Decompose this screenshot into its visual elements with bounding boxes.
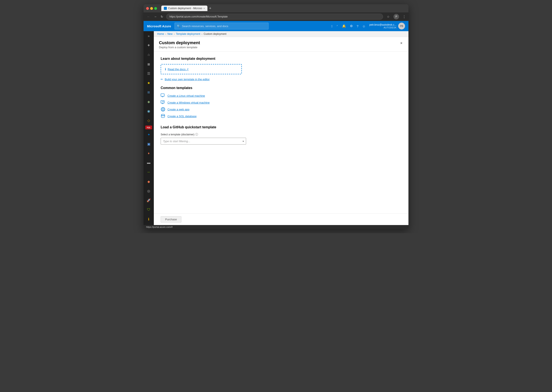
breadcrumb-sep-2: › bbox=[174, 33, 175, 35]
sidebar-item-cost[interactable]: ◎ bbox=[144, 187, 153, 195]
read-docs-link[interactable]: Read the docs ↗ bbox=[168, 68, 189, 71]
sidebar-item-gem[interactable]: ♦ bbox=[144, 149, 153, 158]
address-bar[interactable]: https://portal.azure.com/#create/Microso… bbox=[166, 14, 383, 20]
svg-rect-4 bbox=[162, 103, 164, 104]
notification-bell-icon[interactable]: 🔔 bbox=[342, 24, 346, 28]
github-template-dropdown[interactable]: Type to start filtering... ▾ bbox=[161, 138, 246, 145]
svg-point-13 bbox=[161, 114, 165, 116]
info-icon: ℹ bbox=[165, 68, 166, 71]
user-avatar[interactable]: PB bbox=[398, 23, 405, 29]
sidebar-item-devops[interactable]: ✦ bbox=[144, 130, 153, 139]
search-placeholder: Search resources, services, and docs bbox=[182, 25, 228, 28]
github-field-label: Select a template (disclaimer) ⓘ bbox=[161, 133, 402, 136]
sidebar-item-storage[interactable]: ▬ bbox=[144, 158, 153, 167]
windows-vm-link[interactable]: Create a Windows virtual machine bbox=[168, 101, 210, 104]
field-info-icon: ⓘ bbox=[195, 133, 198, 136]
svg-rect-2 bbox=[162, 97, 163, 97]
breadcrumb-home[interactable]: Home bbox=[157, 32, 164, 35]
cloud-shell-icon[interactable]:  bbox=[331, 24, 333, 28]
sidebar-item-grid[interactable]: ⊞ bbox=[144, 88, 153, 97]
page-footer: Purchase bbox=[154, 214, 408, 225]
sidebar-collapse-button[interactable]: » bbox=[147, 33, 151, 39]
sidebar-item-sql[interactable]: SQL bbox=[145, 126, 152, 129]
tab-title: Custom deployment - Microso bbox=[168, 7, 202, 10]
svg-rect-6 bbox=[162, 101, 163, 102]
status-url: https://portal.azure.com/# bbox=[146, 226, 173, 228]
active-tab[interactable]: Custom deployment - Microso × bbox=[161, 6, 207, 11]
dropdown-arrow-icon: ▾ bbox=[243, 140, 244, 142]
sidebar: » + ⌂ ▦ ☰ ★ ⊞ ◈ ◉ ◇ SQL ✦ ▣ ♦ ▬ ↔ ◆ ◎ 🚀 … bbox=[144, 31, 154, 225]
sidebar-item-cube[interactable]: ◈ bbox=[144, 97, 153, 106]
svg-rect-0 bbox=[161, 94, 164, 96]
pencil-icon: ✏ bbox=[161, 78, 163, 81]
read-docs-box[interactable]: ℹ Read the docs ↗ bbox=[161, 64, 242, 74]
breadcrumb-current: Custom deployment bbox=[204, 32, 226, 35]
azure-logo: Microsoft Azure bbox=[147, 24, 171, 28]
sidebar-item-diamond[interactable]: ◇ bbox=[144, 116, 153, 125]
template-web-app[interactable]: Create a web app bbox=[161, 107, 402, 112]
common-templates-title: Common templates bbox=[161, 86, 402, 90]
help-question-icon[interactable]: ? bbox=[357, 24, 358, 28]
sidebar-item-arrows[interactable]: ↔ bbox=[144, 168, 153, 176]
page-title: Custom deployment bbox=[159, 40, 200, 45]
sidebar-item-dashboard[interactable]: ▦ bbox=[144, 60, 153, 68]
svg-rect-1 bbox=[162, 96, 164, 97]
refresh-button[interactable]: ↻ bbox=[160, 14, 164, 19]
settings-gear-icon[interactable]: ⚙ bbox=[350, 24, 353, 28]
close-traffic-light[interactable] bbox=[146, 7, 149, 10]
browser-menu-button[interactable]: ⋮ bbox=[403, 15, 406, 19]
status-bar: https://portal.azure.com/# bbox=[144, 225, 408, 229]
browser-titlebar: Custom deployment - Microso × + bbox=[144, 4, 408, 12]
linux-vm-link[interactable]: Create a Linux virtual machine bbox=[168, 94, 205, 97]
search-icon: 🔍 bbox=[177, 25, 180, 28]
sidebar-item-all-services[interactable]: ☰ bbox=[144, 69, 153, 78]
breadcrumb-new[interactable]: New bbox=[168, 32, 173, 35]
sidebar-item-policy[interactable]: ◆ bbox=[144, 177, 153, 186]
forward-button[interactable]: → bbox=[153, 14, 158, 19]
tab-close-button[interactable]: × bbox=[203, 7, 205, 10]
web-app-link[interactable]: Create a web app bbox=[168, 108, 190, 111]
build-template-link[interactable]: Build your own template in the editor bbox=[165, 78, 210, 81]
sidebar-item-favorites-star: ★ bbox=[144, 79, 153, 87]
new-tab-button[interactable]: + bbox=[208, 6, 212, 11]
github-quickstart-section: Load a GitHub quickstart template Select… bbox=[161, 125, 402, 145]
template-linux-vm[interactable]: Create a Linux virtual machine bbox=[161, 93, 402, 98]
traffic-lights bbox=[146, 7, 157, 10]
azure-header: Microsoft Azure 🔍 Search resources, serv… bbox=[144, 21, 408, 31]
sql-db-link[interactable]: Create a SQL database bbox=[168, 115, 197, 118]
azure-header-icons:  ⎖ 🔔 ⚙ ? ☺ petr.broz@autodesk.c... AUTO… bbox=[331, 23, 405, 29]
user-info[interactable]: petr.broz@autodesk.c... AUTODESK PB bbox=[369, 23, 405, 29]
content-area: Home › New › Template deployment › Custo… bbox=[154, 31, 408, 225]
back-button[interactable]: ← bbox=[146, 14, 151, 19]
breadcrumb-sep-3: › bbox=[201, 33, 202, 35]
close-button[interactable]: × bbox=[399, 40, 403, 46]
tab-favicon bbox=[164, 7, 167, 10]
sidebar-item-rocket[interactable]: 🚀 bbox=[144, 196, 153, 204]
learn-section-title: Learn about template deployment bbox=[161, 57, 402, 61]
sidebar-item-add[interactable]: + bbox=[144, 41, 153, 49]
feedback-smile-icon[interactable]: ☺ bbox=[362, 24, 366, 28]
sidebar-item-security[interactable]: 🛡 bbox=[144, 205, 153, 214]
template-sql-db[interactable]: Create a SQL database bbox=[161, 114, 402, 119]
sidebar-item-globe[interactable]: ◉ bbox=[144, 107, 153, 115]
breadcrumb-template-deployment[interactable]: Template deployment bbox=[176, 32, 200, 35]
maximize-traffic-light[interactable] bbox=[154, 7, 157, 10]
user-org: AUTODESK bbox=[369, 26, 396, 29]
azure-search-bar[interactable]: 🔍 Search resources, services, and docs bbox=[175, 23, 269, 29]
minimize-traffic-light[interactable] bbox=[150, 7, 153, 10]
purchase-button[interactable]: Purchase bbox=[161, 216, 181, 223]
page-header: Custom deployment Deploy from a custom t… bbox=[154, 37, 408, 52]
bookmark-icon[interactable]: ☆ bbox=[387, 15, 390, 18]
sidebar-item-monitor[interactable]: ▣ bbox=[144, 140, 153, 148]
main-layout: » + ⌂ ▦ ☰ ★ ⊞ ◈ ◉ ◇ SQL ✦ ▣ ♦ ▬ ↔ ◆ ◎ 🚀 … bbox=[144, 31, 408, 225]
portal-icon[interactable]: ⎖ bbox=[336, 24, 338, 28]
template-windows-vm[interactable]: Create a Windows virtual machine bbox=[161, 100, 402, 105]
azure-portal: Microsoft Azure 🔍 Search resources, serv… bbox=[144, 21, 408, 229]
browser-addressbar: ← → ↻ https://portal.azure.com/#create/M… bbox=[144, 12, 408, 21]
sidebar-item-info[interactable]: ℹ bbox=[144, 215, 153, 223]
sidebar-item-home[interactable]: ⌂ bbox=[144, 50, 153, 59]
browser-profile-icon[interactable]: P bbox=[394, 14, 399, 19]
web-app-icon bbox=[161, 107, 165, 112]
sql-db-icon bbox=[161, 114, 165, 119]
breadcrumb-bar: Home › New › Template deployment › Custo… bbox=[154, 31, 408, 37]
